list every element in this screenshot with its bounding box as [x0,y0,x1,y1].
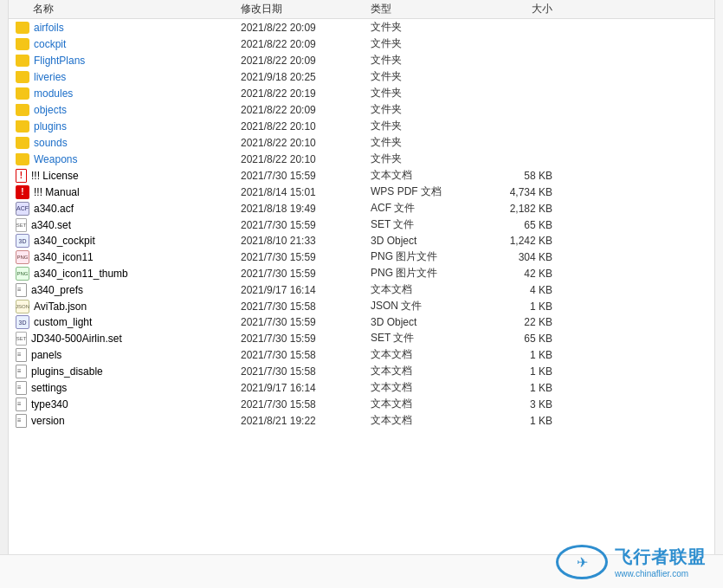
file-date-cell: 2021/8/10 21:33 [241,235,371,247]
table-row[interactable]: cockpit 2021/8/22 20:09 文件夹 [9,36,714,52]
file-date-cell: 2021/8/22 20:10 [241,120,371,132]
table-row[interactable]: PNG a340_icon11_thumb 2021/7/30 15:59 PN… [9,265,714,281]
file-name-label: a340_cockpit [34,235,95,247]
table-row[interactable]: 3D custom_light 2021/7/30 15:59 3D Objec… [9,314,714,330]
file-name-label: liveries [34,71,66,83]
table-row[interactable]: Weapons 2021/8/22 20:10 文件夹 [9,151,714,167]
table-row[interactable]: airfoils 2021/8/22 20:09 文件夹 [9,19,714,36]
file-type-cell: 文本文档 [371,347,483,362]
file-name-cell: liveries [16,71,241,83]
txt-icon [16,381,27,395]
file-date-cell: 2021/7/30 15:59 [241,316,371,328]
file-type-cell: 文件夹 [371,119,483,133]
table-row[interactable]: settings 2021/9/17 16:14 文本文档 1 KB [9,379,714,396]
table-row[interactable]: type340 2021/7/30 15:58 文本文档 3 KB [9,396,714,412]
file-date-cell: 2021/7/30 15:59 [241,333,371,345]
file-type-cell: 文件夹 [371,36,483,51]
warn-red-icon: ! [16,185,29,199]
table-row[interactable]: SET a340.set 2021/7/30 15:59 SET 文件 65 K… [9,216,714,233]
table-row[interactable]: JSON AviTab.json 2021/7/30 15:58 JSON 文件… [9,298,714,314]
file-date-cell: 2021/9/18 20:25 [241,71,371,83]
file-date-cell: 2021/8/18 19:49 [241,203,371,215]
file-size-cell: 4 KB [483,284,570,296]
file-date-cell: 2021/7/30 15:58 [241,349,371,361]
png-icon: PNG [16,250,29,264]
file-name-cell: FlightPlans [16,55,241,67]
table-row[interactable]: ACF a340.acf 2021/8/18 19:49 ACF 文件 2,18… [9,200,714,216]
file-manager: 名称 修改日期 类型 大小 airfoils 2021/8/22 20:09 文… [9,0,714,429]
file-name-label: !!! Manual [34,186,80,198]
file-name-label: a340_icon11_thumb [34,268,128,280]
file-name-label: sounds [34,137,68,149]
file-name-label: plugins_disable [31,365,103,378]
file-type-cell: ACF 文件 [371,201,483,216]
table-row[interactable]: ! !!! Manual 2021/8/14 15:01 WPS PDF 文档 … [9,184,714,200]
file-size-cell: 3 KB [483,398,570,410]
file-name-cell: 3D a340_cockpit [16,234,241,248]
table-row[interactable]: plugins 2021/8/22 20:10 文件夹 [9,118,714,134]
table-row[interactable]: sounds 2021/8/22 20:10 文件夹 [9,134,714,151]
file-type-cell: 3D Object [371,235,483,247]
file-size-cell: 42 KB [483,268,570,280]
table-row[interactable]: plugins_disable 2021/7/30 15:58 文本文档 1 K… [9,363,714,379]
file-name-label: cockpit [34,38,66,50]
table-row[interactable]: PNG a340_icon11 2021/7/30 15:59 PNG 图片文件… [9,249,714,265]
folder-icon [16,87,29,100]
file-type-cell: JSON 文件 [371,299,483,313]
table-row[interactable]: modules 2021/8/22 20:19 文件夹 [9,85,714,101]
folder-icon [16,55,29,67]
folder-icon [16,22,29,34]
file-name-label: JD340-500Airlin.set [31,333,122,345]
header-name[interactable]: 名称 [16,2,241,16]
table-row[interactable]: liveries 2021/9/18 20:25 文件夹 [9,68,714,85]
table-row[interactable]: version 2021/8/21 19:22 文本文档 1 KB [9,412,714,429]
folder-icon [16,104,29,116]
file-type-cell: 文本文档 [371,413,483,428]
file-type-cell: 文件夹 [371,69,483,84]
table-row[interactable]: objects 2021/8/22 20:09 文件夹 [9,101,714,118]
file-date-cell: 2021/8/22 20:09 [241,104,371,116]
table-row[interactable]: FlightPlans 2021/8/22 20:09 文件夹 [9,52,714,68]
file-name-cell: version [16,414,241,428]
header-size[interactable]: 大小 [483,2,570,16]
header-type[interactable]: 类型 [371,2,483,16]
file-date-cell: 2021/7/30 15:59 [241,170,371,182]
file-type-cell: 3D Object [371,316,483,328]
table-row[interactable]: SET JD340-500Airlin.set 2021/7/30 15:59 … [9,330,714,346]
file-name-label: objects [34,104,67,116]
file-date-cell: 2021/8/22 20:09 [241,38,371,50]
file-size-cell: 4,734 KB [483,186,570,198]
file-date-cell: 2021/8/21 19:22 [241,415,371,427]
table-row[interactable]: 3D a340_cockpit 2021/8/10 21:33 3D Objec… [9,233,714,249]
table-row[interactable]: panels 2021/7/30 15:58 文本文档 1 KB [9,346,714,363]
file-name-label: modules [34,87,73,100]
file-type-cell: WPS PDF 文档 [371,184,483,199]
file-name-label: custom_light [34,316,92,328]
file-name-cell: sounds [16,137,241,149]
file-type-cell: PNG 图片文件 [371,249,483,264]
warn-icon: ! [16,169,27,183]
file-name-cell: panels [16,348,241,362]
folder-icon [16,153,29,165]
file-name-label: plugins [34,120,67,132]
file-name-cell: plugins [16,120,241,132]
scrollbar[interactable] [714,0,723,554]
file-size-cell: 1 KB [483,300,570,313]
file-type-cell: 文件夹 [371,20,483,35]
file-size-cell: 2,182 KB [483,203,570,215]
file-type-cell: 文本文档 [371,397,483,411]
table-row[interactable]: ! !!! License 2021/7/30 15:59 文本文档 58 KB [9,167,714,184]
file-name-label: version [31,415,65,427]
file-type-cell: SET 文件 [371,217,483,232]
file-name-label: airfoils [34,22,64,34]
file-date-cell: 2021/7/30 15:59 [241,251,371,263]
logo-icon [556,545,608,579]
folder-icon [16,71,29,83]
file-date-cell: 2021/8/14 15:01 [241,186,371,198]
folder-icon [16,120,29,132]
table-row[interactable]: a340_prefs 2021/9/17 16:14 文本文档 4 KB [9,281,714,298]
file-date-cell: 2021/7/30 15:58 [241,300,371,313]
file-size-cell: 1 KB [483,365,570,378]
left-sidebar [0,0,9,554]
header-date[interactable]: 修改日期 [241,2,371,16]
